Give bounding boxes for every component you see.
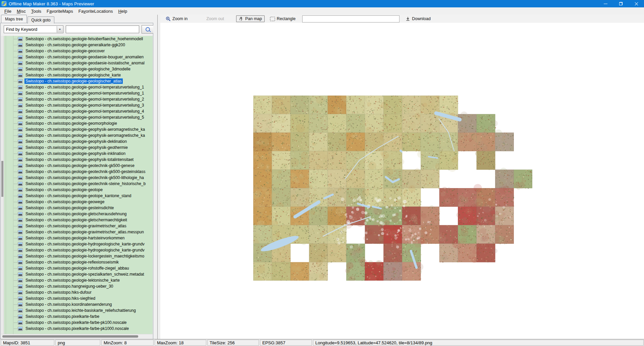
tree-item[interactable]: Swisstopo - ch.swisstopo.geologie-geotec… [4,175,153,181]
tree-item[interactable]: Swisstopo - ch.swisstopo.geologie-locker… [4,253,153,259]
tree-item[interactable]: Swisstopo - ch.swisstopo.geologie-geophy… [4,157,153,163]
tree-item[interactable]: Swisstopo - ch.swisstopo.geologie-gletsc… [4,217,153,223]
tree-item[interactable]: Swisstopo - ch.swisstopo.geologie-reflex… [4,259,153,265]
status-tile-format: png [55,340,100,346]
tree-item[interactable]: Swisstopo - ch.swisstopo.geologie-geolog… [4,66,153,72]
zoom-in-button[interactable]: Zoom in [163,15,190,22]
tree-item[interactable]: Swisstopo - ch.swisstopo.geologie-gestei… [4,205,153,211]
tree-item[interactable]: Swisstopo - ch.swisstopo.geologie-geotec… [4,163,153,169]
tree-item-label: Swisstopo - ch.swisstopo.geologie-geolog… [24,72,122,78]
tree-item[interactable]: Swisstopo - ch.swisstopo.geologie-geodae… [4,60,153,66]
rectangle-button[interactable]: Rectangle [267,15,298,22]
tree-item[interactable]: Swisstopo - ch.swisstopo.geologie-spezia… [4,271,153,277]
tree-item[interactable]: Swisstopo - ch.swisstopo.geologie-gletsc… [4,211,153,217]
search-button[interactable] [142,25,154,34]
tree-connector [13,310,17,311]
tree-item[interactable]: Swisstopo - ch.swisstopo.geologie-geolog… [4,78,153,84]
tree-item[interactable]: Swisstopo - ch.swisstopo.geologie-hydrog… [4,247,153,253]
tree-item[interactable]: Swisstopo - ch.swisstopo.geologie-hydrog… [4,241,153,247]
tree-connector [13,256,17,256]
status-tile-size: TileSize: 256 [207,340,259,346]
tab-quick-goto[interactable]: Quick goto [28,16,54,23]
menu-tools[interactable]: Tools [29,8,44,14]
tree-item[interactable]: Swisstopo - ch.swisstopo.geologie-geotop… [4,187,153,193]
map-layer-icon [18,109,23,114]
menu-help[interactable]: Help [115,8,130,14]
tree-item[interactable]: Swisstopo - ch.swisstopo.geologie-geotec… [4,169,153,175]
tree-item[interactable]: Swisstopo - ch.swisstopo.geologie-geomol… [4,90,153,96]
map-layer-icon [18,254,23,258]
tree-item[interactable]: Swisstopo - ch.swisstopo.geologie-gravim… [4,223,153,229]
combo-dropdown-arrow[interactable]: ▼ [57,26,63,33]
map-viewport[interactable] [160,23,644,339]
menu-favoritelocations[interactable]: FavoriteLocations [76,8,116,14]
tree-item[interactable]: Swisstopo - ch.swisstopo.geologie-geomol… [4,96,153,102]
tree-item-label: Swisstopo - ch.swisstopo.geologie-geomol… [24,115,145,120]
map-layer-icon [18,79,23,83]
tree-item[interactable]: Swisstopo - ch.swisstopo.geologie-felsob… [4,36,153,42]
tree-item[interactable]: Swisstopo - ch.swisstopo.geologie-rohsto… [4,265,153,271]
pan-map-label: Pan map [245,16,262,21]
tree-item[interactable]: Swisstopo - ch.swisstopo.geologie-tekton… [4,277,153,283]
tree-item[interactable]: Swisstopo - ch.swisstopo.geologie-geotec… [4,181,153,187]
menu-favoritemaps[interactable]: FavoriteMaps [44,8,76,14]
tree-item[interactable]: Swisstopo - ch.swisstopo.geologie-geomor… [4,120,153,126]
tree-item[interactable]: Swisstopo - ch.swisstopo.hiks-siegfried [4,295,153,301]
tree-item[interactable]: Swisstopo - ch.swisstopo.geologie-geolog… [4,72,153,78]
tree-horizontal-scrollbar-thumb[interactable] [2,335,138,338]
menu-misc[interactable]: Misc [14,8,29,14]
map-tiles-mosaic[interactable] [253,96,532,281]
tree-item-label: Swisstopo - ch.swisstopo.geologie-hartst… [24,235,125,241]
download-icon [406,16,410,21]
status-coordinates: Longitude=9.519653, Latitude=47.524620, … [313,340,644,346]
tree-item[interactable]: Swisstopo - ch.swisstopo.geologie-geomol… [4,108,153,114]
restore-button[interactable] [613,0,629,7]
tree-item-label: Swisstopo - ch.swisstopo.geologie-felsob… [24,36,144,42]
tree-item[interactable]: Swisstopo - ch.swisstopo.geologie-gravim… [4,229,153,235]
tree-item[interactable]: Swisstopo - ch.swisstopo.hangneigung-ueb… [4,283,153,289]
panel-tabs: Maps treeQuick goto [1,15,55,23]
pan-map-button[interactable]: Pan map [236,15,265,22]
tree-horizontal-scrollbar[interactable] [1,334,153,339]
tree-item[interactable]: Swisstopo - ch.swisstopo.geologie-genera… [4,42,153,48]
tree-item-label: Swisstopo - ch.swisstopo.geologie-geotec… [24,163,136,168]
panel-splitter[interactable] [153,15,160,339]
map-toolbar-input[interactable] [302,15,399,22]
search-mode-select[interactable]: Find by Keyword ▼ [4,25,63,33]
tree-item[interactable]: Swisstopo - ch.swisstopo.geologie-geomol… [4,84,153,90]
tree-item[interactable]: Swisstopo - ch.swisstopo.leichte-basiska… [4,307,153,313]
tree-item[interactable]: Swisstopo - ch.swisstopo.pixelkarte-farb… [4,313,153,320]
tree-item[interactable]: Swisstopo - ch.swisstopo.geologie-geophy… [4,138,153,145]
tree-vertical-scrollbar[interactable] [1,36,4,334]
tree-item-label: Swisstopo - ch.swisstopo.geologie-geomor… [24,121,118,126]
tree-item[interactable]: Swisstopo - ch.swisstopo.hiks-dufour [4,289,153,295]
window-controls [598,0,644,7]
app-icon [2,1,6,6]
download-button[interactable]: Download [403,15,433,22]
tree-item[interactable]: Swisstopo - ch.swisstopo.pixelkarte-farb… [4,326,153,332]
minimize-button[interactable] [598,0,613,7]
close-button[interactable] [629,0,644,7]
tab-maps-tree[interactable]: Maps tree [1,15,27,23]
tree-item[interactable]: Swisstopo - ch.swisstopo.geologie-geoweg… [4,199,153,205]
tree-item[interactable]: Swisstopo - ch.swisstopo.geologie-geophy… [4,145,153,151]
tree-item[interactable]: Swisstopo - ch.swisstopo.koordinatenaend… [4,301,153,307]
tree-connector [13,238,17,238]
tree-item[interactable]: Swisstopo - ch.swisstopo.pixelkarte-farb… [4,320,153,326]
tree-vertical-scrollbar-thumb[interactable] [1,161,3,197]
tree-item[interactable]: Swisstopo - ch.swisstopo.geologie-geophy… [4,126,153,132]
tree-item[interactable]: Swisstopo - ch.swisstopo.geologie-geophy… [4,132,153,138]
tree-item[interactable]: Swisstopo - ch.swisstopo.geologie-geodae… [4,54,153,60]
tree-item[interactable]: Swisstopo - ch.swisstopo.geologie-geophy… [4,151,153,157]
tree-item-label: Swisstopo - ch.swisstopo.hiks-dufour [24,290,93,295]
keyword-input[interactable] [66,25,139,33]
tree-item[interactable]: Swisstopo - ch.swisstopo.geologie-geomol… [4,102,153,108]
tree-item[interactable]: Swisstopo - ch.swisstopo.geologie-geotop… [4,193,153,199]
tree-item-label: Swisstopo - ch.swisstopo.geologie-hydrog… [24,241,146,247]
tree-item[interactable]: Swisstopo - ch.swisstopo.geologie-hartst… [4,235,153,241]
tree-item[interactable]: Swisstopo - ch.swisstopo.geologie-geocov… [4,48,153,54]
title-bar: Offline Map Maker 8.363 - Maps Previewer [0,0,644,7]
menu-file[interactable]: File [2,8,14,14]
tree-item[interactable]: Swisstopo - ch.swisstopo.geologie-geomol… [4,114,153,120]
maps-panel: Maps treeQuick goto Find by Keyword ▼ Sw… [0,15,153,339]
